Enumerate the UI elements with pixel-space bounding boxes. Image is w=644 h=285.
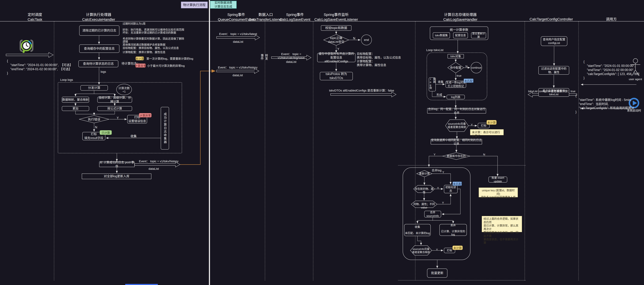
label-forward-right: 转发 [264, 54, 268, 60]
label-exec-error-n: N [95, 125, 97, 129]
caller-request-json-2: { "startTime": 系统中最新log时间 - 5min, "endTi… [576, 94, 634, 114]
label-exec-event-history: Event： topic = v1/tskv/history [139, 159, 178, 163]
label-same-y: Y [442, 201, 444, 204]
node-param-tskv: tskv数据集 [433, 33, 450, 38]
label-topic-diamond: topic正确 dataList非空 [327, 36, 346, 44]
node-query-cached-config: 查询缓存中的配置信息 [79, 45, 120, 53]
note-listener-config: 目标物配置： 携带目标物、属性，以及公式信息 计算物配置： 携带计算物、属性信息 [357, 52, 426, 67]
node-metric-calc: 指标计算、高级计算、分摊计算 [97, 97, 132, 103]
node-init-state: 初始化状态 [444, 185, 458, 193]
node-query-user-config: 查询用户指定配置 configList [541, 36, 567, 46]
node-end: end [361, 35, 372, 45]
node-update-all-logs: 对全部log更新入库 [82, 173, 151, 179]
node-data-mapping: 数据映射、聚合映射 [62, 97, 89, 103]
label-exec-error: 执行错误 [86, 118, 102, 121]
label-calc-error-desc: 小于最大可计算次数的异常log [147, 64, 185, 68]
lane-calclogsaveeventlistener: Spring事件监听 CalcLogSaveEventListener [312, 12, 360, 22]
label-exec-datalist: dataList [148, 167, 159, 171]
node-collect-logs: 收集 未匹配、未计算的log [404, 224, 431, 236]
lane-calctask: 定时调度 CalcTask [19, 12, 51, 22]
note-merge-logic: 经过上面的合并逻辑，如果状态仍然 是已计算、计算异常，那么其再次计 算的结果也必… [482, 216, 522, 232]
node-filter-config: 过滤出这些配置中的物、属性 [538, 66, 569, 75]
node-accumulate: 累加 [62, 106, 89, 111]
horizontal-scrollbar-thumb[interactable] [125, 284, 158, 285]
label-loop-tskvlist: Loop tskvList [426, 48, 444, 52]
badge-uncalculated: 未计算 [136, 57, 144, 60]
lane-calcexecutehandler: 计算执行处理器 CalcExecuteHandler [74, 12, 123, 22]
section-divider [209, 0, 210, 285]
label-db-y: Y [434, 153, 436, 156]
handoff-arrow [330, 92, 396, 97]
label-collect: 收集 [130, 134, 137, 138]
node-calc-count: 计算次数 +1 [116, 84, 132, 95]
node-formula-calc: 按公式计算 [97, 106, 132, 111]
badge-calculated: 已计算 [100, 130, 112, 135]
label-event-save-datalist: dataList [268, 60, 314, 64]
tab-realtime[interactable]: 实时数据消费 计算日志生成 [210, 1, 236, 9]
node-tskv-object: tskv对象 [448, 54, 464, 58]
badge-uncalc-1: 未计算 [486, 120, 496, 125]
lane-calclogsaveevent: Spring事件 CalcLogSaveEvent [275, 12, 315, 22]
note-expire-policy: 过期时间默认为1周 好处：执行性能、资源消耗可以维持在比较乐观范围 坏处：无法重… [122, 22, 186, 46]
tab-flow[interactable]: 物计算执行流程 [181, 2, 208, 8]
badge-unmatched-2: 未匹配 [452, 182, 462, 186]
diagram-canvas: 物计算执行流程 实时数据消费 计算日志生成 定时调度 CalcTask 计算执行… [0, 0, 644, 285]
label-sourceinfo-hex2: sourceInfo完备 或者是聚合映射 [410, 247, 432, 254]
label-event-save: Event： topic = v1/tskv/calc/log/save [268, 52, 314, 60]
node-continue: continue [471, 62, 482, 73]
label-handoff-params: tskvDTOs allEnabledConfigs 是否重新计算：false [328, 89, 395, 92]
label-hit-config: 命中配置 [448, 66, 464, 69]
label-same-hex: 同物、属性；不同value [411, 203, 437, 209]
node-log-collector: log收集器 [429, 78, 436, 91]
label-new-hex: 存在新的物、属性 [414, 187, 435, 194]
lane-caller: 调用方 [595, 17, 628, 22]
badge-calc-error: 计算异常 [135, 64, 146, 68]
label-event-history-mid: Event： topic = v1/tskv/history [218, 66, 258, 69]
label-event-history-datalist: dataList [218, 73, 258, 77]
node-query-db-logs: 查询数据库中相同配置、相同时刻的日志记录 [431, 139, 482, 144]
node-push-event: 对 计算成功的日志 push事件 [99, 162, 135, 167]
node-batch-update: 批量更新 [427, 268, 448, 278]
label-hit-true: true [457, 74, 462, 78]
lane-calctargetconfigcontroller: CalcTargetConfigController [527, 17, 575, 22]
note-uncalc-meaning: 未计算：表示可以进行计算了 [470, 129, 504, 135]
node-discard-logs: 丢弃 已计算、计算异常的log [439, 224, 467, 236]
badge-uncalc-2: 未计算 [452, 246, 463, 250]
node-validate-topic: 校验topic和数据 [321, 25, 352, 31]
node-param-config: 配置信息 [453, 33, 468, 38]
node-merge-sourceinfo: 合并 sourceInfo [424, 211, 441, 217]
caller-request-json-1: { "startTime": "2024-01-01 00:00:00", "e… [584, 60, 639, 80]
badge-calc-error-2: 计算异常 [139, 113, 152, 117]
label-logs: logs [101, 70, 106, 74]
node-success-log-collector: 成功计算日志收集器 [161, 107, 169, 150]
label-user-agent: user agent [628, 78, 643, 81]
label-db-exist: 数据库中存在的 [447, 154, 466, 158]
node-batch-insert-update: 批量 insert update [488, 177, 507, 182]
task-trigger-arrow [6, 52, 53, 58]
label-recalc: 重新计算 [416, 172, 432, 175]
badge-unmatched-1: 未匹配 [464, 79, 473, 83]
label-forward-left: 事件 [260, 54, 264, 60]
label-uncalculated-desc: 第一次计算的log，需要重新计算的log [146, 57, 193, 61]
node-log-list: log列表 [446, 95, 465, 99]
note-config-carry: 目标物配置：携带目标物、属性，以及公式信息 计算物配置：携带计算物、属性信息 [122, 46, 186, 54]
node-dispatch-calc: 分发计算 [80, 85, 108, 91]
node-convert-protos: tskvProtos 转为 tskvDTOs [320, 72, 353, 80]
label-return-params: tskvList configList 是否重新计算：true [527, 90, 576, 93]
label-unify-params: 统一计算参数 [430, 28, 488, 32]
label-exec-error-y: Y [117, 116, 119, 120]
node-gen-log: 生成一条log对象 打上初始标记 [446, 81, 466, 88]
label-recalc-y: Y [442, 170, 444, 174]
node-param-recalc: 是否重新计算 [471, 33, 486, 38]
node-clear-expired-logs: 清除过期的已计算的日志 [79, 26, 120, 36]
label-loop-logs: Loop logs [60, 78, 73, 82]
node-get-enabled-configs: 缓存中获取所有开启计算的配置信息 allEnabledConfigs [317, 53, 356, 62]
label-event-latest: Event： topic = v1/tskv/latest [218, 32, 258, 36]
label-hit-n: N [466, 65, 468, 68]
label-source2-y: Y [436, 248, 438, 251]
label-merge-log: 合并log [403, 169, 470, 172]
label-collect-2: 收集 [438, 80, 444, 84]
label-form: 形成 [436, 93, 442, 97]
label-topic-n: N [353, 37, 355, 40]
label-topic-y: Y [337, 47, 339, 51]
